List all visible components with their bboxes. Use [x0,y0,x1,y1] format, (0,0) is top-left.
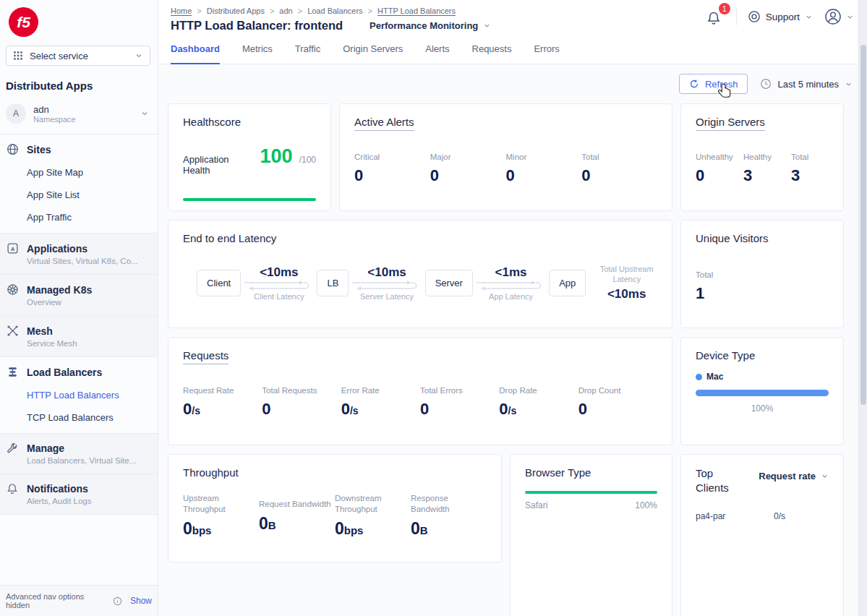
namespace-selector[interactable]: A adn Namespace [0,100,158,134]
sidebar-subitem-tcp-load-balancers[interactable]: TCP Load Balancers [27,412,152,423]
breadcrumb-distributed-apps: Distributed Apps [207,7,265,15]
tab-errors[interactable]: Errors [534,43,559,64]
account-menu[interactable] [824,7,854,26]
metric-value: 0 [262,400,270,418]
notifications-bell-button[interactable]: 1 [706,8,725,25]
sidebar-item-applications[interactable]: A Applications [6,242,152,254]
metric-drop-rate: Drop Rate 0/s [499,386,578,419]
svg-text:A: A [10,246,14,252]
metric-label: Minor [506,153,582,161]
sidebar-item-label: Notifications [27,483,88,495]
dashboard-content: Refresh Last 5 minutes Healthscore [158,64,867,616]
namespace-name: adn [33,104,76,115]
bell-icon [6,483,19,495]
sidebar-item-sublabel: Service Mesh [27,339,152,348]
tab-dashboard[interactable]: Dashboard [171,43,220,64]
latency-total: Total Upstream Latency <10ms [596,264,657,301]
healthscore-metric-label: Application Health [183,154,254,176]
sidebar-item-sublabel: Load Balancers, Virtual Site... [27,456,152,465]
unique-visitors-card: Unique Visitors Total 1 [680,220,844,328]
latency-node-lb: LB [317,270,349,296]
chevron-down-icon [845,80,853,88]
sidebar-subitem-app-site-map[interactable]: App Site Map [27,167,152,178]
latency-total-value: <10ms [596,287,657,301]
metric-downstream-throughput: Downstream Throughput 0bps [335,493,408,539]
breadcrumb-home[interactable]: Home [171,7,192,15]
sidebar-item-notifications[interactable]: Notifications [6,483,152,495]
top-clients-row: pa4-par 0/s [696,511,829,521]
tab-requests[interactable]: Requests [472,43,512,64]
support-menu[interactable]: Support [748,10,813,23]
metric-minor: Minor 0 [506,153,582,185]
breadcrumb-separator: > [270,7,274,15]
sidebar-item-mesh[interactable]: Mesh [6,325,152,337]
metric-suffix: /s [508,405,517,416]
sidebar-item-load-balancers[interactable]: Load Balancers [6,366,152,378]
support-label: Support [766,12,800,22]
sidebar-item-sites[interactable]: Sites [6,143,152,155]
metric-value: 3 [791,166,823,185]
metric-value: 0 [411,519,420,538]
time-range-select[interactable]: Last 5 minutes [760,78,853,90]
tab-origin-servers[interactable]: Origin Servers [343,43,403,64]
info-icon[interactable] [113,596,122,606]
metric-healthy: Healthy 3 [743,153,775,185]
metric-value: 0 [183,400,192,418]
metric-value: 0 [696,166,727,185]
breadcrumb-load-balancers: Load Balancers [307,7,362,15]
tab-metrics[interactable]: Metrics [242,43,273,64]
tab-traffic[interactable]: Traffic [295,43,320,64]
active-alerts-title-link[interactable]: Active Alerts [354,116,414,131]
chevron-down-icon [134,51,143,60]
top-clients-sort-select[interactable]: Request rate [759,471,829,482]
service-selector[interactable]: Select service [6,46,150,66]
unique-visitors-label: Total [696,270,829,279]
sidebar-subitem-app-traffic[interactable]: App Traffic [27,212,152,223]
origin-servers-title-link[interactable]: Origin Servers [696,116,765,131]
sidebar-item-managed-k8s[interactable]: Managed K8s [6,283,152,296]
refresh-button[interactable]: Refresh [679,74,748,94]
loop-arrow-icon [351,280,423,291]
healthscore-denominator: /100 [299,155,316,165]
metric-unit: bps [192,524,212,536]
support-ring-icon [748,10,761,23]
user-icon [824,7,842,26]
metric-label: Total [581,153,657,161]
sidebar-item-label: Managed K8s [27,284,92,296]
metric-upstream-throughput: Upstream Throughput 0bps [183,493,256,539]
sidebar-item-label: Applications [27,243,87,254]
grid-icon [13,51,23,61]
metric-error-rate: Error Rate 0/s [341,386,420,419]
browser-type-item: Safari [525,500,547,510]
sidebar-section-sites: Sites App Site Map App Site List App Tra… [0,134,158,234]
toolbar: Refresh Last 5 minutes [168,74,853,94]
sidebar-item-label: Load Balancers [27,367,102,378]
requests-title-link[interactable]: Requests [183,349,229,364]
service-selector-label: Select service [30,51,88,61]
latency-hop-app: <1ms App Latency [474,265,548,301]
breadcrumb-http-load-balancers[interactable]: HTTP Load Balancers [377,7,456,15]
metric-unit: bps [344,524,364,536]
metric-label: Request Rate [183,386,262,395]
hop-label: App Latency [489,292,533,301]
monitoring-type-select[interactable]: Performance Monitoring [370,20,491,31]
globe-icon [6,143,19,155]
metric-request-rate: Request Rate 0/s [183,386,262,419]
refresh-icon [689,79,699,89]
scrollbar-thumb[interactable] [860,45,866,405]
breadcrumb-adn: adn [279,7,292,15]
loop-arrow-icon [243,280,315,291]
hop-label: Server Latency [360,292,414,301]
healthscore-card: Healthscore Application Health 100 /100 [168,103,331,211]
sidebar-subitem-app-site-list[interactable]: App Site List [27,189,152,200]
tab-alerts[interactable]: Alerts [425,43,449,64]
browser-type-card: Browser Type Safari 100% [510,454,672,616]
show-advanced-nav-link[interactable]: Show [130,596,152,606]
sidebar-item-manage[interactable]: Manage [6,442,152,454]
sidebar-subitem-http-load-balancers[interactable]: HTTP Load Balancers [27,390,152,401]
device-type-bar [696,390,829,396]
metric-unit: B [420,524,428,536]
client-name: pa4-par [696,511,774,521]
metric-value: 0 [183,519,192,538]
metric-value: 0 [499,400,508,418]
